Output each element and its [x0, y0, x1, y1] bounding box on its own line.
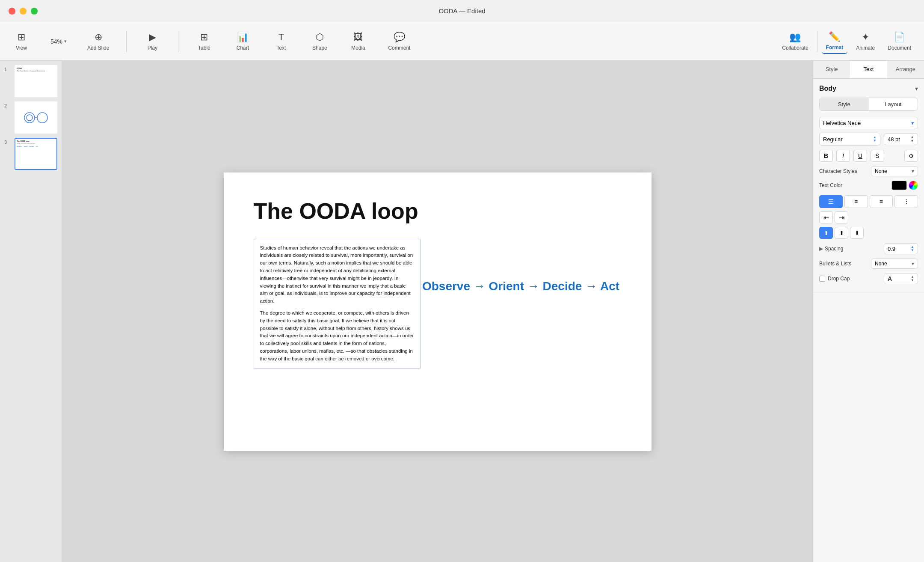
dropcap-checkbox[interactable]	[819, 276, 825, 282]
format-button[interactable]: ✏️ Format	[822, 29, 848, 54]
bullets-select[interactable]: None ▾	[871, 259, 918, 269]
animate-label: Animate	[856, 45, 875, 51]
font-name-value: Helvetica Neue	[823, 120, 861, 126]
play-label: Play	[148, 45, 157, 51]
indent-decrease-button[interactable]: ⇤	[819, 211, 833, 223]
slide-canvas[interactable]: The OODA loop Studies of human behavior …	[224, 172, 652, 451]
body-section-header: Body ▾	[819, 85, 918, 92]
align-row: ☰ ≡ ≡ ⋮	[819, 195, 918, 208]
shape-button[interactable]: ⬡ Shape	[307, 29, 332, 54]
text-color-swatch[interactable]	[891, 181, 907, 190]
spacing-down-arrow[interactable]: ▼	[911, 249, 914, 252]
zoom-control[interactable]: 54% ▾	[47, 36, 70, 47]
align-justify-button[interactable]: ⋮	[894, 195, 918, 208]
chart-button[interactable]: 📊 Chart	[230, 29, 255, 54]
valign-bottom-button[interactable]: ⬇	[850, 227, 864, 239]
dropcap-label: Drop Cap	[828, 276, 850, 282]
spacing-control[interactable]: 0.9 ▲ ▼	[884, 243, 918, 254]
animate-button[interactable]: ✦ Animate	[852, 29, 879, 54]
font-size-value: 48 pt	[888, 136, 900, 143]
dropcap-style-select[interactable]: A ▲ ▼	[884, 273, 918, 284]
dropcap-label-group: Drop Cap	[819, 276, 850, 282]
ooda-flow[interactable]: Observe → Orient → Decide → Act	[416, 280, 626, 293]
spacing-value: 0.9	[888, 246, 895, 252]
strikethrough-button[interactable]: S	[871, 150, 884, 162]
view-label: View	[16, 45, 27, 51]
comment-button[interactable]: 💬 Comment	[384, 29, 415, 54]
text-style-row: B I U S ⚙	[819, 150, 918, 162]
font-name-select[interactable]: Helvetica Neue ▾	[819, 117, 918, 129]
spacing-collapse-arrow[interactable]: ▶	[819, 246, 823, 252]
slide-thumb-3[interactable]: 3 The OODA loop Studies of human behavio…	[4, 138, 57, 170]
minimize-button[interactable]	[20, 8, 27, 15]
char-styles-arrow: ▾	[912, 168, 914, 174]
tab-style[interactable]: Style	[813, 61, 850, 78]
align-right-button[interactable]: ≡	[870, 195, 893, 208]
indent-increase-button[interactable]: ⇥	[835, 211, 848, 223]
bold-button[interactable]: B	[819, 150, 833, 162]
document-icon: 📄	[894, 32, 905, 43]
color-wheel-button[interactable]	[909, 181, 918, 190]
valign-middle-button[interactable]: ⬍	[835, 227, 848, 239]
bullets-row: Bullets & Lists None ▾	[819, 259, 918, 269]
body-paragraph-1: Studies of human behavior reveal that th…	[260, 244, 414, 306]
slide-preview-2[interactable]	[15, 101, 57, 134]
tab-text[interactable]: Text	[850, 61, 887, 78]
collaborate-button[interactable]: 👥 Collaborate	[778, 29, 812, 54]
underline-button[interactable]: U	[853, 150, 867, 162]
shape-icon: ⬡	[316, 32, 324, 43]
spacing-arrows: ▲ ▼	[911, 245, 914, 252]
close-button[interactable]	[9, 8, 15, 15]
font-style-select[interactable]: Regular ▲ ▼	[819, 133, 880, 146]
body-title: Body	[819, 85, 836, 92]
slide-preview-1[interactable]: OODA Why People Believe in Transparent E…	[15, 65, 57, 97]
char-styles-select[interactable]: None ▾	[871, 166, 918, 176]
char-styles-value: None	[875, 168, 887, 174]
more-text-styles-button[interactable]: ⚙	[904, 150, 918, 162]
italic-button[interactable]: I	[836, 150, 850, 162]
play-button[interactable]: ▶ Play	[139, 29, 165, 54]
indent-row: ⇤ ⇥	[819, 211, 918, 223]
spacing-label: Spacing	[825, 246, 843, 252]
body-paragraph-2: The degree to which we cooperate, or com…	[260, 309, 414, 363]
play-icon: ▶	[149, 32, 156, 43]
toolbar: ⊞ View 54% ▾ ⊕ Add Slide ▶ Play ⊞ Table …	[0, 22, 924, 61]
bullets-label: Bullets & Lists	[819, 261, 851, 267]
slide-title[interactable]: The OODA loop	[254, 198, 418, 224]
comment-icon: 💬	[394, 32, 405, 43]
slides-panel: 1 OODA Why People Believe in Transparent…	[0, 61, 62, 562]
media-button[interactable]: 🖼 Media	[345, 29, 371, 54]
view-button[interactable]: ⊞ View	[9, 29, 34, 54]
maximize-button[interactable]	[31, 8, 38, 15]
slide-preview-3[interactable]: The OODA loop Studies of human behavior …	[15, 138, 57, 170]
comment-label: Comment	[388, 45, 410, 51]
text-label: Text	[276, 45, 286, 51]
font-size-control[interactable]: 48 pt ▲ ▼	[884, 133, 918, 145]
font-name-row: Helvetica Neue ▾	[819, 117, 918, 129]
font-size-down-arrow[interactable]: ▼	[910, 139, 914, 143]
add-slide-button[interactable]: ⊕ Add Slide	[83, 29, 113, 54]
font-style-arrows: ▲ ▼	[873, 136, 877, 143]
text-button[interactable]: T Text	[268, 29, 294, 54]
slide-thumb-2[interactable]: 2	[4, 101, 57, 134]
collaborate-icon: 👥	[789, 32, 801, 43]
valign-top-button[interactable]: ⬆	[819, 227, 833, 239]
slide-thumb-1[interactable]: 1 OODA Why People Believe in Transparent…	[4, 65, 57, 97]
add-slide-icon: ⊕	[95, 32, 102, 43]
align-center-button[interactable]: ≡	[844, 195, 868, 208]
layout-tab[interactable]: Layout	[869, 98, 918, 110]
document-button[interactable]: 📄 Document	[883, 29, 915, 54]
table-button[interactable]: ⊞ Table	[191, 29, 217, 54]
media-label: Media	[351, 45, 365, 51]
body-collapse-arrow[interactable]: ▾	[915, 85, 918, 92]
add-slide-label: Add Slide	[87, 45, 109, 51]
svg-point-0	[24, 113, 35, 123]
window-title: OODA — Edited	[438, 7, 485, 15]
format-label: Format	[826, 45, 844, 51]
dropcap-row: Drop Cap A ▲ ▼	[819, 273, 918, 284]
style-tab[interactable]: Style	[820, 98, 869, 110]
align-left-button[interactable]: ☰	[819, 195, 843, 208]
font-size-arrows: ▲ ▼	[910, 135, 914, 143]
text-box[interactable]: Studies of human behavior reveal that th…	[254, 239, 421, 369]
tab-arrange[interactable]: Arrange	[887, 61, 924, 78]
